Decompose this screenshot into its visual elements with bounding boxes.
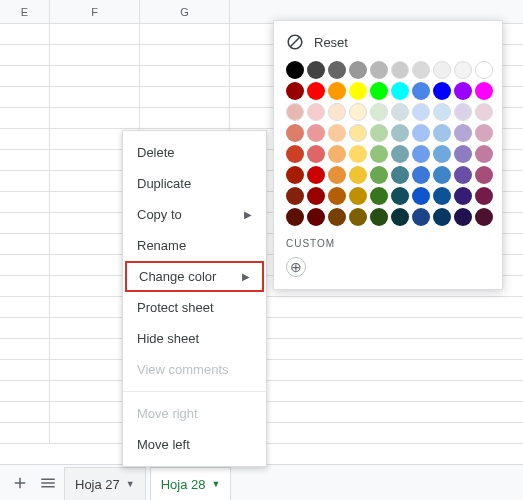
color-swatch[interactable] xyxy=(307,103,325,121)
cell[interactable] xyxy=(50,87,140,107)
color-swatch[interactable] xyxy=(391,145,409,163)
menu-rename[interactable]: Rename xyxy=(123,230,266,261)
color-swatch[interactable] xyxy=(475,103,493,121)
add-sheet-button[interactable] xyxy=(8,471,32,495)
color-swatch[interactable] xyxy=(370,187,388,205)
color-swatch[interactable] xyxy=(370,208,388,226)
color-swatch[interactable] xyxy=(475,187,493,205)
color-swatch[interactable] xyxy=(349,61,367,79)
color-swatch[interactable] xyxy=(349,124,367,142)
color-swatch[interactable] xyxy=(454,61,472,79)
reset-color[interactable]: Reset xyxy=(286,33,490,51)
color-swatch[interactable] xyxy=(349,82,367,100)
color-swatch[interactable] xyxy=(328,61,346,79)
color-swatch[interactable] xyxy=(349,187,367,205)
color-swatch[interactable] xyxy=(286,187,304,205)
cell[interactable] xyxy=(0,255,50,275)
color-swatch[interactable] xyxy=(391,103,409,121)
color-swatch[interactable] xyxy=(349,103,367,121)
cell[interactable] xyxy=(0,45,50,65)
color-swatch[interactable] xyxy=(412,124,430,142)
color-swatch[interactable] xyxy=(391,166,409,184)
cell[interactable] xyxy=(50,24,140,44)
color-swatch[interactable] xyxy=(454,82,472,100)
color-swatch[interactable] xyxy=(286,208,304,226)
cell[interactable] xyxy=(0,360,50,380)
cell[interactable] xyxy=(0,192,50,212)
color-swatch[interactable] xyxy=(433,61,451,79)
cell[interactable] xyxy=(0,318,50,338)
color-swatch[interactable] xyxy=(307,187,325,205)
cell[interactable] xyxy=(0,234,50,254)
color-swatch[interactable] xyxy=(328,124,346,142)
color-swatch[interactable] xyxy=(475,82,493,100)
menu-move-left[interactable]: Move left xyxy=(123,429,266,460)
color-swatch[interactable] xyxy=(370,145,388,163)
color-swatch[interactable] xyxy=(370,166,388,184)
color-swatch[interactable] xyxy=(370,124,388,142)
color-swatch[interactable] xyxy=(349,208,367,226)
cell[interactable] xyxy=(0,171,50,191)
color-swatch[interactable] xyxy=(412,145,430,163)
color-swatch[interactable] xyxy=(328,103,346,121)
sheet-tab-prev[interactable]: Hoja 27 ▼ xyxy=(64,467,146,501)
color-swatch[interactable] xyxy=(433,166,451,184)
color-swatch[interactable] xyxy=(286,61,304,79)
color-swatch[interactable] xyxy=(328,166,346,184)
cell[interactable] xyxy=(0,108,50,128)
cell[interactable] xyxy=(0,150,50,170)
menu-copy-to[interactable]: Copy to▶ xyxy=(123,199,266,230)
color-swatch[interactable] xyxy=(412,187,430,205)
cell[interactable] xyxy=(140,87,230,107)
cell[interactable] xyxy=(0,129,50,149)
color-swatch[interactable] xyxy=(412,208,430,226)
color-swatch[interactable] xyxy=(391,208,409,226)
color-swatch[interactable] xyxy=(286,124,304,142)
cell[interactable] xyxy=(0,297,50,317)
color-swatch[interactable] xyxy=(328,187,346,205)
color-swatch[interactable] xyxy=(454,145,472,163)
color-swatch[interactable] xyxy=(307,208,325,226)
color-swatch[interactable] xyxy=(370,82,388,100)
color-swatch[interactable] xyxy=(391,61,409,79)
menu-change-color[interactable]: Change color▶ xyxy=(125,261,264,292)
color-swatch[interactable] xyxy=(328,145,346,163)
add-custom-color-button[interactable]: ⊕ xyxy=(286,257,306,277)
color-swatch[interactable] xyxy=(475,208,493,226)
color-swatch[interactable] xyxy=(391,124,409,142)
color-swatch[interactable] xyxy=(433,145,451,163)
color-swatch[interactable] xyxy=(307,166,325,184)
color-swatch[interactable] xyxy=(475,124,493,142)
menu-delete[interactable]: Delete xyxy=(123,137,266,168)
color-swatch[interactable] xyxy=(433,187,451,205)
cell[interactable] xyxy=(0,402,50,422)
color-swatch[interactable] xyxy=(370,61,388,79)
cell[interactable] xyxy=(0,213,50,233)
all-sheets-button[interactable] xyxy=(36,471,60,495)
color-swatch[interactable] xyxy=(433,82,451,100)
color-swatch[interactable] xyxy=(412,103,430,121)
menu-protect-sheet[interactable]: Protect sheet xyxy=(123,292,266,323)
cell[interactable] xyxy=(0,339,50,359)
color-swatch[interactable] xyxy=(307,145,325,163)
color-swatch[interactable] xyxy=(454,187,472,205)
cell[interactable] xyxy=(50,45,140,65)
color-swatch[interactable] xyxy=(307,82,325,100)
color-swatch[interactable] xyxy=(412,166,430,184)
color-swatch[interactable] xyxy=(433,103,451,121)
cell[interactable] xyxy=(50,108,140,128)
cell[interactable] xyxy=(0,423,50,443)
cell[interactable] xyxy=(140,66,230,86)
color-swatch[interactable] xyxy=(328,82,346,100)
color-swatch[interactable] xyxy=(454,103,472,121)
color-swatch[interactable] xyxy=(412,82,430,100)
color-swatch[interactable] xyxy=(433,124,451,142)
cell[interactable] xyxy=(0,381,50,401)
cell[interactable] xyxy=(140,45,230,65)
color-swatch[interactable] xyxy=(475,61,493,79)
sheet-tab-active[interactable]: Hoja 28 ▼ xyxy=(150,467,232,501)
menu-duplicate[interactable]: Duplicate xyxy=(123,168,266,199)
cell[interactable] xyxy=(140,24,230,44)
color-swatch[interactable] xyxy=(454,208,472,226)
col-header-g[interactable]: G xyxy=(140,0,230,23)
